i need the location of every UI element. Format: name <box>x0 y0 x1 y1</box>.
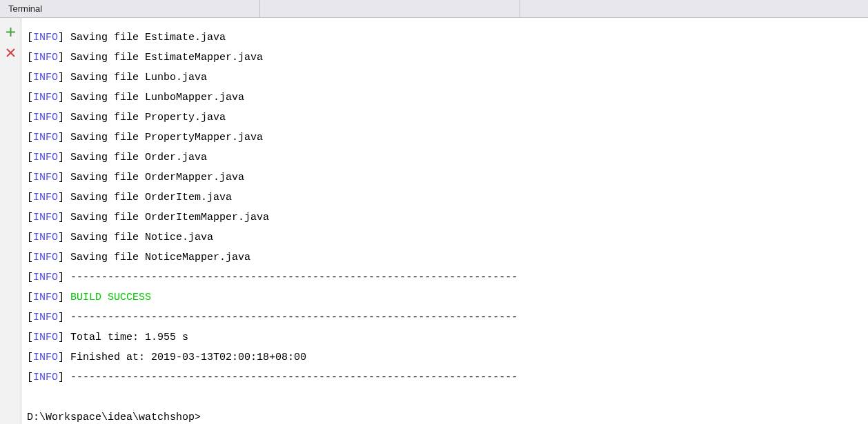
bracket-open: [ <box>27 32 33 43</box>
log-message: Saving file OrderMapper.java <box>70 172 244 183</box>
add-session-button[interactable] <box>3 25 17 39</box>
log-level: INFO <box>33 52 58 63</box>
bracket-open: [ <box>27 292 33 303</box>
log-message: Saving file Order.java <box>70 152 207 163</box>
log-message: Saving file PropertyMapper.java <box>70 132 263 143</box>
log-message: Saving file Estimate.java <box>70 32 226 43</box>
log-message: Saving file LunboMapper.java <box>70 92 244 103</box>
terminal-gutter <box>0 18 21 424</box>
log-level: INFO <box>33 352 58 363</box>
bracket-open: [ <box>27 52 33 63</box>
log-message: Saving file Property.java <box>70 112 226 123</box>
close-icon <box>6 48 16 58</box>
log-message: Saving file Lunbo.java <box>70 72 207 83</box>
bracket-close: ] <box>58 52 70 63</box>
bracket-close: ] <box>58 92 70 103</box>
bracket-close: ] <box>58 172 70 183</box>
log-line: [INFO] Saving file Estimate.java <box>27 28 862 48</box>
log-level: INFO <box>33 92 58 103</box>
bracket-open: [ <box>27 312 33 323</box>
log-line: [INFO] Saving file NoticeMapper.java <box>27 248 862 267</box>
terminal-output[interactable]: [INFO] Saving file Estimate.java[INFO] S… <box>21 18 868 424</box>
log-level: INFO <box>33 152 58 163</box>
log-line: [INFO] BUILD SUCCESS <box>27 287 862 307</box>
bracket-close: ] <box>58 132 70 143</box>
terminal-header-bar: Terminal <box>0 0 868 18</box>
bracket-close: ] <box>58 32 70 43</box>
log-level: INFO <box>33 212 58 223</box>
log-line: [INFO] Saving file OrderMapper.java <box>27 168 862 188</box>
log-level: INFO <box>33 112 58 123</box>
bracket-open: [ <box>27 212 33 223</box>
log-line: [INFO] Saving file OrderItemMapper.java <box>27 208 862 228</box>
log-level: INFO <box>33 292 58 303</box>
bracket-open: [ <box>27 132 33 143</box>
log-level: INFO <box>33 252 58 263</box>
log-message: Saving file NoticeMapper.java <box>70 252 250 263</box>
log-line: [INFO] Saving file Order.java <box>27 148 862 168</box>
log-message: BUILD SUCCESS <box>70 292 151 303</box>
bracket-close: ] <box>58 212 70 223</box>
bracket-open: [ <box>27 232 33 243</box>
log-line: [INFO] Saving file EstimateMapper.java <box>27 48 862 68</box>
bracket-open: [ <box>27 332 33 343</box>
log-level: INFO <box>33 72 58 83</box>
log-message: Finished at: 2019-03-13T02:00:18+08:00 <box>70 352 306 363</box>
log-level: INFO <box>33 372 58 383</box>
bracket-open: [ <box>27 352 33 363</box>
plus-icon <box>6 27 16 37</box>
bracket-open: [ <box>27 152 33 163</box>
log-line: [INFO] Saving file Notice.java <box>27 228 862 248</box>
log-message: Saving file OrderItem.java <box>70 192 232 203</box>
log-line: [INFO] Total time: 1.955 s <box>27 327 862 347</box>
log-line: [INFO] Saving file PropertyMapper.java <box>27 128 862 148</box>
bracket-open: [ <box>27 72 33 83</box>
bracket-close: ] <box>58 152 70 163</box>
log-message: Saving file EstimateMapper.java <box>70 52 263 63</box>
close-session-button[interactable] <box>3 46 17 59</box>
log-level: INFO <box>33 232 58 243</box>
log-message: Total time: 1.955 s <box>70 332 188 343</box>
bracket-close: ] <box>58 272 70 283</box>
bracket-close: ] <box>58 112 70 123</box>
log-level: INFO <box>33 312 58 323</box>
log-line: [INFO] Saving file LunboMapper.java <box>27 88 862 108</box>
log-line: [INFO] Finished at: 2019-03-13T02:00:18+… <box>27 347 862 367</box>
bracket-open: [ <box>27 252 33 263</box>
bracket-open: [ <box>27 372 33 383</box>
log-level: INFO <box>33 332 58 343</box>
log-level: INFO <box>33 272 58 283</box>
bracket-close: ] <box>58 192 70 203</box>
bracket-close: ] <box>58 72 70 83</box>
bracket-close: ] <box>58 232 70 243</box>
log-message: ----------------------------------------… <box>70 372 517 383</box>
log-level: INFO <box>33 32 58 43</box>
bracket-close: ] <box>58 292 70 303</box>
log-message: ----------------------------------------… <box>70 312 517 323</box>
log-line: [INFO] ---------------------------------… <box>27 367 862 387</box>
log-line: [INFO] ---------------------------------… <box>27 307 862 327</box>
terminal-prompt[interactable]: D:\Workspace\idea\watchshop> <box>27 407 862 424</box>
bracket-open: [ <box>27 192 33 203</box>
bracket-close: ] <box>58 252 70 263</box>
log-level: INFO <box>33 192 58 203</box>
log-line: [INFO] Saving file Property.java <box>27 108 862 128</box>
terminal-main-area: [INFO] Saving file Estimate.java[INFO] S… <box>0 18 868 424</box>
log-level: INFO <box>33 172 58 183</box>
header-tab-2[interactable] <box>260 0 520 17</box>
bracket-close: ] <box>58 372 70 383</box>
log-level: INFO <box>33 132 58 143</box>
log-line: [INFO] Saving file Lunbo.java <box>27 68 862 88</box>
header-tab-3[interactable] <box>520 0 868 17</box>
bracket-close: ] <box>58 352 70 363</box>
bracket-close: ] <box>58 332 70 343</box>
log-message: Saving file Notice.java <box>70 232 213 243</box>
terminal-tab-label: Terminal <box>8 3 42 14</box>
bracket-open: [ <box>27 92 33 103</box>
log-line: [INFO] ---------------------------------… <box>27 267 862 287</box>
bracket-close: ] <box>58 312 70 323</box>
bracket-open: [ <box>27 172 33 183</box>
terminal-tab[interactable]: Terminal <box>0 0 260 17</box>
log-message: Saving file OrderItemMapper.java <box>70 212 269 223</box>
bracket-open: [ <box>27 112 33 123</box>
